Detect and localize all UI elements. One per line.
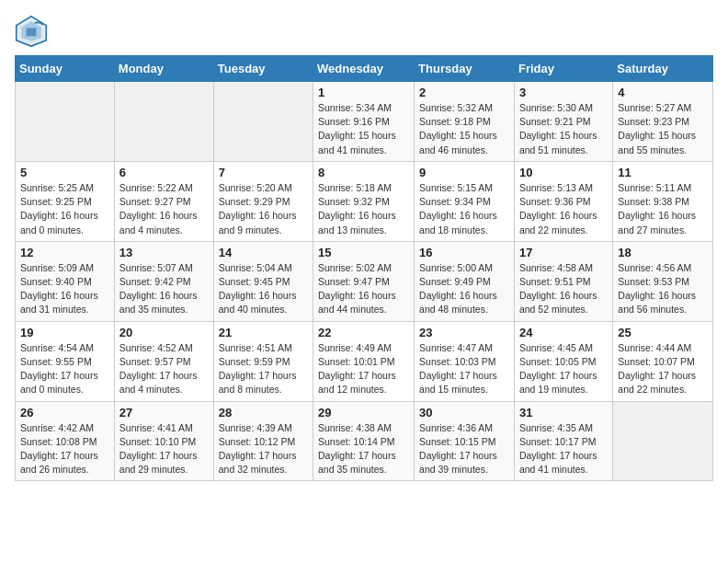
header-day-wednesday: Wednesday [313,56,415,82]
day-number: 9 [419,166,509,179]
day-number: 4 [618,86,708,99]
day-number: 31 [519,406,608,419]
day-info: Sunrise: 5:07 AM Sunset: 9:42 PM Dayligh… [119,261,209,317]
day-info: Sunrise: 5:20 AM Sunset: 9:29 PM Dayligh… [219,181,308,237]
day-number: 6 [119,166,209,179]
day-number: 30 [419,406,509,419]
calendar-cell: 2Sunrise: 5:32 AM Sunset: 9:18 PM Daylig… [415,82,515,162]
week-row-4: 19Sunrise: 4:54 AM Sunset: 9:55 PM Dayli… [16,321,713,401]
calendar-cell: 12Sunrise: 5:09 AM Sunset: 9:40 PM Dayli… [16,241,115,321]
day-number: 18 [618,246,708,259]
day-info: Sunrise: 4:38 AM Sunset: 10:14 PM Daylig… [318,421,409,477]
calendar-cell: 10Sunrise: 5:13 AM Sunset: 9:36 PM Dayli… [514,161,612,241]
week-row-5: 26Sunrise: 4:42 AM Sunset: 10:08 PM Dayl… [16,401,713,481]
calendar-cell [16,82,115,162]
calendar-cell: 20Sunrise: 4:52 AM Sunset: 9:57 PM Dayli… [114,321,213,401]
calendar-cell: 25Sunrise: 4:44 AM Sunset: 10:07 PM Dayl… [613,321,713,401]
calendar-cell: 5Sunrise: 5:25 AM Sunset: 9:25 PM Daylig… [16,161,115,241]
day-info: Sunrise: 5:13 AM Sunset: 9:36 PM Dayligh… [519,181,608,237]
day-number: 23 [419,326,509,339]
day-info: Sunrise: 4:51 AM Sunset: 9:59 PM Dayligh… [219,341,308,397]
day-number: 12 [20,246,109,259]
day-number: 20 [119,326,209,339]
calendar-cell: 1Sunrise: 5:34 AM Sunset: 9:16 PM Daylig… [313,82,415,162]
day-info: Sunrise: 5:22 AM Sunset: 9:27 PM Dayligh… [119,181,209,237]
calendar-cell: 27Sunrise: 4:41 AM Sunset: 10:10 PM Dayl… [114,401,213,481]
day-info: Sunrise: 5:25 AM Sunset: 9:25 PM Dayligh… [20,181,109,237]
calendar-cell: 3Sunrise: 5:30 AM Sunset: 9:21 PM Daylig… [514,82,612,162]
day-info: Sunrise: 4:39 AM Sunset: 10:12 PM Daylig… [219,421,308,477]
header-day-saturday: Saturday [613,56,713,82]
day-number: 29 [318,406,409,419]
calendar-cell: 22Sunrise: 4:49 AM Sunset: 10:01 PM Dayl… [313,321,415,401]
day-info: Sunrise: 4:41 AM Sunset: 10:10 PM Daylig… [119,421,209,477]
day-info: Sunrise: 4:35 AM Sunset: 10:17 PM Daylig… [519,421,608,477]
calendar-cell: 4Sunrise: 5:27 AM Sunset: 9:23 PM Daylig… [613,82,713,162]
logo-icon [15,15,48,48]
calendar-cell: 11Sunrise: 5:11 AM Sunset: 9:38 PM Dayli… [613,161,713,241]
calendar-cell: 29Sunrise: 4:38 AM Sunset: 10:14 PM Dayl… [313,401,415,481]
day-number: 5 [20,166,109,179]
day-info: Sunrise: 5:18 AM Sunset: 9:32 PM Dayligh… [318,181,409,237]
logo [15,15,53,48]
day-number: 1 [318,86,409,99]
day-info: Sunrise: 4:47 AM Sunset: 10:03 PM Daylig… [419,341,509,397]
day-number: 14 [219,246,308,259]
calendar-cell: 23Sunrise: 4:47 AM Sunset: 10:03 PM Dayl… [415,321,515,401]
day-number: 7 [219,166,308,179]
day-number: 17 [519,246,608,259]
calendar-cell: 6Sunrise: 5:22 AM Sunset: 9:27 PM Daylig… [114,161,213,241]
day-info: Sunrise: 5:00 AM Sunset: 9:49 PM Dayligh… [419,261,509,317]
day-number: 8 [318,166,409,179]
calendar-cell: 14Sunrise: 5:04 AM Sunset: 9:45 PM Dayli… [213,241,313,321]
day-info: Sunrise: 4:58 AM Sunset: 9:51 PM Dayligh… [519,261,608,317]
week-row-3: 12Sunrise: 5:09 AM Sunset: 9:40 PM Dayli… [16,241,713,321]
day-number: 3 [519,86,608,99]
calendar-cell: 24Sunrise: 4:45 AM Sunset: 10:05 PM Dayl… [514,321,612,401]
day-number: 19 [20,326,109,339]
day-number: 13 [119,246,209,259]
header-day-thursday: Thursday [415,56,515,82]
day-number: 28 [219,406,308,419]
day-info: Sunrise: 5:11 AM Sunset: 9:38 PM Dayligh… [618,181,708,237]
day-number: 2 [419,86,509,99]
day-number: 16 [419,246,509,259]
header-day-friday: Friday [514,56,612,82]
calendar-cell: 28Sunrise: 4:39 AM Sunset: 10:12 PM Dayl… [213,401,313,481]
day-number: 24 [519,326,608,339]
day-info: Sunrise: 4:56 AM Sunset: 9:53 PM Dayligh… [618,261,708,317]
calendar-cell: 21Sunrise: 4:51 AM Sunset: 9:59 PM Dayli… [213,321,313,401]
calendar-cell: 9Sunrise: 5:15 AM Sunset: 9:34 PM Daylig… [415,161,515,241]
day-info: Sunrise: 5:30 AM Sunset: 9:21 PM Dayligh… [519,101,608,157]
header-row: SundayMondayTuesdayWednesdayThursdayFrid… [16,56,713,82]
day-info: Sunrise: 4:49 AM Sunset: 10:01 PM Daylig… [318,341,409,397]
day-number: 27 [119,406,209,419]
header-day-sunday: Sunday [16,56,115,82]
calendar-cell: 15Sunrise: 5:02 AM Sunset: 9:47 PM Dayli… [313,241,415,321]
day-info: Sunrise: 4:44 AM Sunset: 10:07 PM Daylig… [618,341,708,397]
day-info: Sunrise: 5:02 AM Sunset: 9:47 PM Dayligh… [318,261,409,317]
calendar-table: SundayMondayTuesdayWednesdayThursdayFrid… [15,55,713,481]
day-info: Sunrise: 5:32 AM Sunset: 9:18 PM Dayligh… [419,101,509,157]
day-info: Sunrise: 4:54 AM Sunset: 9:55 PM Dayligh… [20,341,109,397]
day-number: 26 [20,406,109,419]
day-info: Sunrise: 5:15 AM Sunset: 9:34 PM Dayligh… [419,181,509,237]
calendar-cell: 17Sunrise: 4:58 AM Sunset: 9:51 PM Dayli… [514,241,612,321]
header-day-tuesday: Tuesday [213,56,313,82]
calendar-cell: 13Sunrise: 5:07 AM Sunset: 9:42 PM Dayli… [114,241,213,321]
calendar-cell: 26Sunrise: 4:42 AM Sunset: 10:08 PM Dayl… [16,401,115,481]
calendar-cell [613,401,713,481]
calendar-cell: 31Sunrise: 4:35 AM Sunset: 10:17 PM Dayl… [514,401,612,481]
header-day-monday: Monday [114,56,213,82]
week-row-1: 1Sunrise: 5:34 AM Sunset: 9:16 PM Daylig… [16,82,713,162]
week-row-2: 5Sunrise: 5:25 AM Sunset: 9:25 PM Daylig… [16,161,713,241]
calendar-cell: 8Sunrise: 5:18 AM Sunset: 9:32 PM Daylig… [313,161,415,241]
day-info: Sunrise: 5:27 AM Sunset: 9:23 PM Dayligh… [618,101,708,157]
calendar-cell: 19Sunrise: 4:54 AM Sunset: 9:55 PM Dayli… [16,321,115,401]
day-number: 22 [318,326,409,339]
calendar-cell: 30Sunrise: 4:36 AM Sunset: 10:15 PM Dayl… [415,401,515,481]
day-info: Sunrise: 4:45 AM Sunset: 10:05 PM Daylig… [519,341,608,397]
calendar-cell [114,82,213,162]
page-header [15,15,713,48]
day-info: Sunrise: 4:42 AM Sunset: 10:08 PM Daylig… [20,421,109,477]
